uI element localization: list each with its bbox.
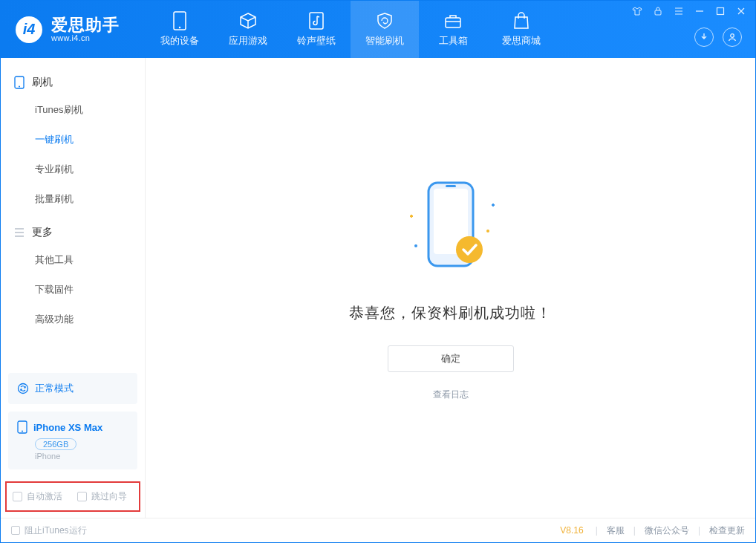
sidebar-item-itunes-flash[interactable]: iTunes刷机: [1, 95, 145, 125]
nav-label: 铃声壁纸: [297, 34, 336, 48]
main-content: 恭喜您，保资料刷机成功啦！ 确定 查看日志: [146, 58, 755, 518]
svg-point-19: [486, 230, 489, 233]
user-controls: [694, 19, 749, 56]
mode-label: 正常模式: [35, 382, 74, 395]
sidebar-item-batch-flash[interactable]: 批量刷机: [1, 184, 145, 214]
app-url: www.i4.cn: [51, 34, 120, 42]
shopping-bag-icon: [513, 11, 529, 30]
svg-rect-7: [717, 8, 724, 15]
sidebar-item-other-tools[interactable]: 其他工具: [1, 245, 145, 275]
sidebar-section-more: 更多: [1, 218, 145, 245]
maximize-button[interactable]: [712, 4, 729, 18]
device-storage: 256GB: [35, 438, 76, 450]
shirt-icon[interactable]: [629, 4, 645, 18]
nav-smart-flash[interactable]: 智能刷机: [351, 1, 419, 58]
nav-label: 我的设备: [160, 34, 199, 48]
app-name: 爱思助手: [51, 16, 120, 34]
music-icon: [308, 11, 325, 30]
cube-icon: [238, 11, 258, 30]
sidebar-scroll[interactable]: 刷机 iTunes刷机 一键刷机 专业刷机 批量刷机 更多 其他工具 下载固件 …: [1, 58, 145, 365]
close-button[interactable]: [733, 4, 749, 18]
success-illustration: [388, 175, 514, 282]
logo-icon: i4: [14, 15, 44, 45]
body: 刷机 iTunes刷机 一键刷机 专业刷机 批量刷机 更多 其他工具 下载固件 …: [1, 58, 755, 518]
sidebar-section-flash: 刷机: [1, 68, 145, 95]
nav-apps-games[interactable]: 应用游戏: [214, 1, 282, 58]
header-right: [629, 1, 749, 56]
checkbox-label: 跳过向导: [91, 490, 127, 503]
svg-rect-6: [655, 10, 661, 15]
nav-my-device[interactable]: 我的设备: [146, 1, 214, 58]
section-title: 更多: [32, 226, 53, 239]
download-button[interactable]: [694, 27, 714, 47]
check-update-link[interactable]: 检查更新: [709, 524, 745, 537]
sidebar-item-oneclick-flash[interactable]: 一键刷机: [1, 125, 145, 155]
checkbox-label: 阻止iTunes运行: [25, 524, 87, 537]
wechat-link[interactable]: 微信公众号: [645, 524, 689, 537]
checkbox-icon: [13, 492, 22, 501]
svg-point-3: [179, 27, 180, 28]
menu-icon[interactable]: [671, 4, 687, 18]
header: i4 爱思助手 www.i4.cn 我的设备 应用游戏: [1, 1, 755, 58]
svg-rect-4: [310, 13, 323, 29]
nav-label: 智能刷机: [365, 34, 404, 48]
version-label: V8.16: [560, 525, 583, 536]
device-panel[interactable]: iPhone XS Max 256GB iPhone: [8, 412, 137, 469]
nav-toolbox[interactable]: 工具箱: [419, 1, 487, 58]
app-window: i4 爱思助手 www.i4.cn 我的设备 应用游戏: [0, 0, 756, 543]
svg-point-18: [414, 244, 417, 247]
phone-icon: [14, 76, 25, 89]
sidebar-item-download-firmware[interactable]: 下载固件: [1, 275, 145, 305]
list-icon: [14, 228, 25, 237]
profile-button[interactable]: [723, 27, 742, 47]
refresh-shield-icon: [375, 11, 394, 30]
view-log-link[interactable]: 查看日志: [433, 388, 469, 401]
svg-point-10: [19, 86, 20, 88]
flash-options-highlighted: 自动激活 跳过向导: [5, 481, 140, 512]
phone-icon: [17, 420, 27, 434]
checkbox-block-itunes[interactable]: 阻止iTunes运行: [11, 524, 87, 537]
checkbox-icon: [11, 526, 20, 535]
svg-rect-16: [446, 185, 456, 187]
checkbox-label: 自动激活: [27, 490, 62, 503]
svg-text:i4: i4: [23, 21, 36, 37]
nav-label: 应用游戏: [229, 34, 267, 48]
app-logo[interactable]: i4 爱思助手 www.i4.cn: [1, 1, 146, 58]
svg-point-11: [19, 384, 28, 394]
checkbox-icon: [77, 492, 87, 501]
section-title: 刷机: [32, 76, 53, 89]
sidebar-panels: 正常模式 iPhone XS Max 256GB iPhone: [1, 365, 145, 477]
toolbox-icon: [443, 11, 463, 30]
sidebar: 刷机 iTunes刷机 一键刷机 专业刷机 批量刷机 更多 其他工具 下载固件 …: [1, 58, 146, 518]
result-title: 恭喜您，保资料刷机成功啦！: [349, 303, 552, 323]
svg-point-13: [22, 431, 23, 432]
sidebar-item-pro-flash[interactable]: 专业刷机: [1, 155, 145, 184]
nav-label: 爱思商城: [502, 34, 541, 48]
checkbox-skip-wizard[interactable]: 跳过向导: [77, 490, 127, 503]
sync-icon: [17, 383, 29, 394]
confirm-button[interactable]: 确定: [388, 345, 514, 372]
support-link[interactable]: 客服: [607, 524, 625, 537]
nav-store[interactable]: 爱思商城: [487, 1, 555, 58]
sidebar-item-advanced[interactable]: 高级功能: [1, 305, 145, 334]
checkbox-auto-activate[interactable]: 自动激活: [13, 490, 62, 503]
svg-point-17: [456, 236, 483, 263]
svg-rect-5: [446, 18, 460, 27]
mode-panel[interactable]: 正常模式: [8, 373, 137, 404]
nav-ringtone-wallpaper[interactable]: 铃声壁纸: [282, 1, 351, 58]
nav-label: 工具箱: [439, 34, 468, 48]
top-nav: 我的设备 应用游戏 铃声壁纸 智能刷机: [146, 1, 555, 58]
statusbar: 阻止iTunes运行 V8.16 | 客服 | 微信公众号 | 检查更新: [1, 518, 755, 542]
device-icon: [173, 11, 186, 30]
lock-icon[interactable]: [650, 4, 666, 18]
device-name: iPhone XS Max: [33, 422, 102, 433]
minimize-button[interactable]: [691, 4, 708, 18]
device-type: iPhone: [35, 452, 128, 461]
svg-point-8: [731, 34, 734, 38]
titlebar-controls: [629, 1, 749, 19]
